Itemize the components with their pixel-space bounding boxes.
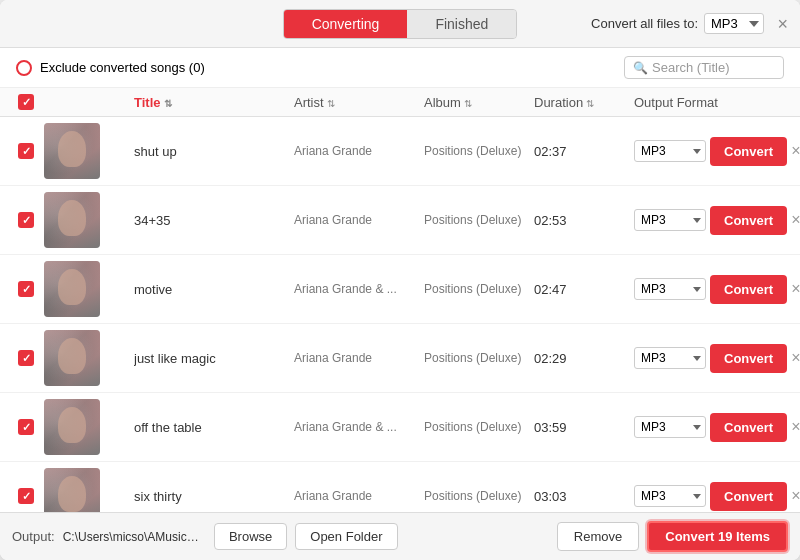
album-art-0	[44, 123, 100, 179]
exclude-circle-icon	[16, 60, 32, 76]
row-format-select-5[interactable]: MP3AACFLACWAVOGG	[634, 485, 706, 507]
album-art-3	[44, 330, 100, 386]
output-label: Output:	[12, 529, 55, 544]
album-art-2	[44, 261, 100, 317]
row-remove-button-2[interactable]: ×	[787, 276, 800, 302]
row-format-select-0[interactable]: MP3AACFLACWAVOGG	[634, 140, 706, 162]
toolbar: Exclude converted songs (0) 🔍 Search (Ti…	[0, 48, 800, 88]
row-duration-4: 03:59	[534, 420, 634, 435]
row-checkbox-0[interactable]	[18, 143, 34, 159]
row-artist-2: Ariana Grande & ...	[294, 282, 424, 296]
convert-all-group: Convert all files to: MP3 AAC FLAC WAV	[591, 13, 764, 34]
row-format-cell-1: MP3AACFLACWAVOGG Convert	[634, 206, 787, 235]
row-title-0: shut up	[134, 144, 294, 159]
row-remove-button-5[interactable]: ×	[787, 483, 800, 509]
row-checkbox-cell-4	[8, 419, 44, 435]
row-artist-3: Ariana Grande	[294, 351, 424, 365]
close-button[interactable]: ×	[777, 15, 788, 33]
row-format-select-1[interactable]: MP3AACFLACWAVOGG	[634, 209, 706, 231]
table-container: Title⇅ Artist⇅ Album⇅ Duration⇅ Output F…	[0, 88, 800, 512]
col-artist-header[interactable]: Artist⇅	[294, 95, 424, 110]
row-checkbox-1[interactable]	[18, 212, 34, 228]
table-body: shut up Ariana Grande Positions (Deluxe)…	[0, 117, 800, 512]
row-format-select-3[interactable]: MP3AACFLACWAVOGG	[634, 347, 706, 369]
row-convert-button-1[interactable]: Convert	[710, 206, 787, 235]
output-path: C:\Users\micso\AMusicSoft ...	[63, 530, 206, 544]
row-format-select-4[interactable]: MP3AACFLACWAVOGG	[634, 416, 706, 438]
row-title-2: motive	[134, 282, 294, 297]
row-thumb-1	[44, 192, 134, 248]
row-remove-button-0[interactable]: ×	[787, 138, 800, 164]
row-thumb-0	[44, 123, 134, 179]
col-title-header[interactable]: Title⇅	[134, 95, 294, 110]
tab-finished[interactable]: Finished	[407, 10, 516, 38]
exclude-row: Exclude converted songs (0)	[16, 60, 205, 76]
row-checkbox-cell-3	[8, 350, 44, 366]
row-duration-2: 02:47	[534, 282, 634, 297]
row-checkbox-cell-0	[8, 143, 44, 159]
row-convert-button-0[interactable]: Convert	[710, 137, 787, 166]
row-artist-4: Ariana Grande & ...	[294, 420, 424, 434]
row-convert-button-3[interactable]: Convert	[710, 344, 787, 373]
row-format-cell-2: MP3AACFLACWAVOGG Convert	[634, 275, 787, 304]
row-checkbox-5[interactable]	[18, 488, 34, 504]
header-checkbox-cell	[8, 94, 44, 110]
row-artist-5: Ariana Grande	[294, 489, 424, 503]
row-remove-button-1[interactable]: ×	[787, 207, 800, 233]
tab-group: Converting Finished	[283, 9, 518, 39]
row-checkbox-4[interactable]	[18, 419, 34, 435]
row-artist-0: Ariana Grande	[294, 144, 424, 158]
search-icon: 🔍	[633, 61, 648, 75]
row-checkbox-2[interactable]	[18, 281, 34, 297]
tab-converting[interactable]: Converting	[284, 10, 408, 38]
remove-button[interactable]: Remove	[557, 522, 639, 551]
row-title-3: just like magic	[134, 351, 294, 366]
table-row: motive Ariana Grande & ... Positions (De…	[0, 255, 800, 324]
exclude-label: Exclude converted songs (0)	[40, 60, 205, 75]
row-remove-cell-2: ×	[787, 276, 800, 302]
row-remove-cell-4: ×	[787, 414, 800, 440]
row-format-cell-4: MP3AACFLACWAVOGG Convert	[634, 413, 787, 442]
footer: Output: C:\Users\micso\AMusicSoft ... Br…	[0, 512, 800, 560]
album-art-4	[44, 399, 100, 455]
row-artist-1: Ariana Grande	[294, 213, 424, 227]
search-box[interactable]: 🔍 Search (Title)	[624, 56, 784, 79]
row-duration-5: 03:03	[534, 489, 634, 504]
row-remove-button-4[interactable]: ×	[787, 414, 800, 440]
row-remove-cell-3: ×	[787, 345, 800, 371]
row-format-cell-5: MP3AACFLACWAVOGG Convert	[634, 482, 787, 511]
row-title-1: 34+35	[134, 213, 294, 228]
header: Converting Finished Convert all files to…	[0, 0, 800, 48]
row-checkbox-cell-1	[8, 212, 44, 228]
header-checkbox[interactable]	[18, 94, 34, 110]
browse-button[interactable]: Browse	[214, 523, 287, 550]
col-album-header[interactable]: Album⇅	[424, 95, 534, 110]
open-folder-button[interactable]: Open Folder	[295, 523, 397, 550]
row-convert-button-4[interactable]: Convert	[710, 413, 787, 442]
row-duration-3: 02:29	[534, 351, 634, 366]
row-convert-button-5[interactable]: Convert	[710, 482, 787, 511]
row-thumb-4	[44, 399, 134, 455]
table-row: 34+35 Ariana Grande Positions (Deluxe) 0…	[0, 186, 800, 255]
row-title-4: off the table	[134, 420, 294, 435]
convert-all-format-select[interactable]: MP3 AAC FLAC WAV	[704, 13, 764, 34]
convert-all-button[interactable]: Convert 19 Items	[647, 521, 788, 552]
row-convert-button-2[interactable]: Convert	[710, 275, 787, 304]
table-row: just like magic Ariana Grande Positions …	[0, 324, 800, 393]
col-output-format-header: Output Format	[634, 95, 756, 110]
row-remove-cell-5: ×	[787, 483, 800, 509]
row-duration-1: 02:53	[534, 213, 634, 228]
row-thumb-3	[44, 330, 134, 386]
row-remove-cell-1: ×	[787, 207, 800, 233]
row-remove-button-3[interactable]: ×	[787, 345, 800, 371]
row-album-3: Positions (Deluxe)	[424, 351, 534, 365]
row-thumb-5	[44, 468, 134, 512]
row-format-select-2[interactable]: MP3AACFLACWAVOGG	[634, 278, 706, 300]
row-album-4: Positions (Deluxe)	[424, 420, 534, 434]
app-window: Converting Finished Convert all files to…	[0, 0, 800, 560]
row-title-5: six thirty	[134, 489, 294, 504]
album-art-5	[44, 468, 100, 512]
row-checkbox-3[interactable]	[18, 350, 34, 366]
table-row: shut up Ariana Grande Positions (Deluxe)…	[0, 117, 800, 186]
col-duration-header[interactable]: Duration⇅	[534, 95, 634, 110]
